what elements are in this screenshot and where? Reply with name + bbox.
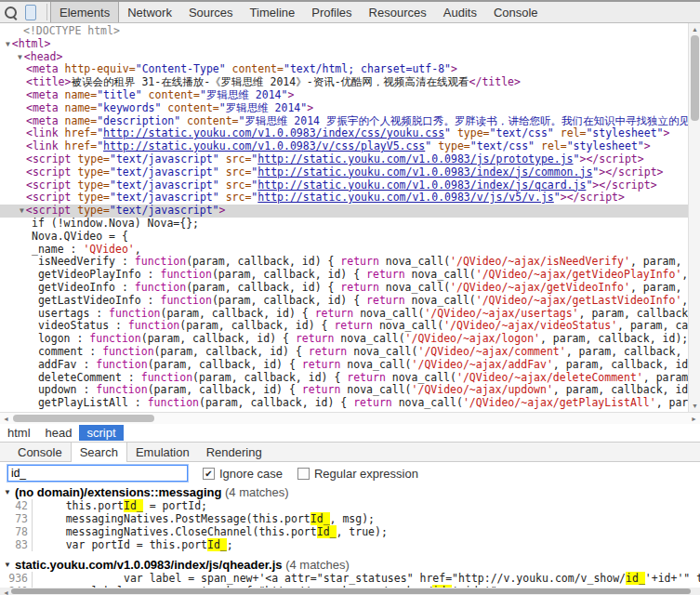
elements-horizontal-scrollbar[interactable]: ◄ ► [0, 412, 700, 424]
regex-checkbox[interactable] [297, 468, 310, 480]
collapse-arrow-icon[interactable]: ▼ [4, 488, 11, 496]
result-row[interactable]: 73 messagingNatives.PostMessage(this.por… [0, 512, 700, 525]
expand-arrow-icon[interactable]: ▼ [6, 40, 10, 48]
code-line[interactable]: videoStatus : function(param, callback, … [0, 320, 688, 333]
ignore-case-option[interactable]: ✔ Ignore case [203, 467, 283, 481]
tab-timeline[interactable]: Timeline [242, 2, 304, 22]
inspect-element-icon[interactable] [0, 3, 20, 21]
breadcrumb-item-script[interactable]: script [79, 425, 123, 441]
scroll-up-icon[interactable]: ▲ [689, 24, 700, 34]
code-token: , param, callback, id); }, [630, 255, 688, 268]
code-line[interactable]: <script type="text/javascript" src="http… [0, 166, 688, 179]
tab-sources[interactable]: Sources [180, 2, 242, 22]
code-line[interactable]: <meta name="description" content="罗辑思维 2… [0, 115, 688, 128]
vertical-scroll-thumb[interactable] [691, 35, 699, 121]
elements-panel[interactable]: <!DOCTYPE html>▼<html>▼<head><meta http-… [0, 23, 688, 412]
code-line[interactable]: <script type="text/javascript" src="http… [0, 179, 688, 192]
code-line[interactable]: addFav : function(param, callback, id) {… [0, 359, 688, 372]
expand-arrow-icon[interactable]: ▼ [20, 206, 24, 215]
collapse-arrow-icon[interactable]: ▼ [4, 561, 11, 569]
regex-option[interactable]: Regular expression [297, 467, 418, 481]
code-token: name= [65, 114, 98, 127]
code-token: '/QVideo/~ajax/addFav' [412, 358, 553, 371]
tab-resources[interactable]: Resources [361, 2, 435, 22]
scroll-down-icon[interactable]: ▼ [689, 401, 700, 411]
code-token: content= [180, 114, 238, 127]
code-token: (param, callback, id) { [148, 383, 302, 396]
code-token: return [296, 332, 335, 345]
breadcrumb-item-html[interactable]: html [0, 425, 38, 441]
code-token: deleteComment : [32, 371, 141, 384]
drawer-tab-console[interactable]: Console [9, 443, 71, 461]
drawer-tab-rendering[interactable]: Rendering [198, 443, 271, 461]
tab-console[interactable]: Console [485, 2, 547, 22]
code-line[interactable]: if (!window.Nova) Nova={}; [0, 218, 688, 231]
code-token: _name : [32, 243, 83, 256]
code-line[interactable]: _name : 'QVideo', [0, 244, 688, 257]
expand-arrow-icon[interactable]: ▼ [18, 53, 22, 61]
tab-elements[interactable]: Elements [50, 2, 119, 22]
code-line[interactable]: usertags : function(param, callback, id)… [0, 308, 688, 321]
result-row[interactable]: 78 messagingNatives.CloseChannel(this.po… [0, 525, 700, 538]
code-token: getPlayListAll : [32, 396, 148, 409]
tab-profiles[interactable]: Profiles [303, 2, 360, 22]
regex-label: Regular expression [314, 467, 418, 481]
code-line[interactable]: isNeedVerify : function(param, callback,… [0, 256, 688, 269]
code-line[interactable]: getVideoInfo : function(param, callback,… [0, 282, 688, 295]
scroll-left-icon[interactable]: ◄ [0, 414, 12, 424]
search-results: ▼(no domain)/extensions::messaging (4 ma… [0, 484, 700, 588]
device-mode-icon[interactable] [20, 3, 41, 21]
tab-network[interactable]: Network [119, 2, 180, 22]
search-input[interactable] [7, 465, 188, 482]
ignore-case-checkbox[interactable]: ✔ [203, 468, 215, 480]
code-line[interactable]: updown : function(param, callback, id) {… [0, 384, 688, 397]
code-token: , param, callback, id); }, [566, 345, 688, 358]
scroll-right-icon[interactable]: ► [688, 414, 700, 424]
code-token: 被误会的租界 31-在线播放-《罗辑思维 2014》-资讯-优酷网，视频高清在线… [71, 75, 469, 88]
code-line[interactable]: <script type="text/javascript" src="http… [0, 153, 688, 166]
code-line[interactable]: ▼<head> [0, 51, 688, 64]
code-token: href= [65, 126, 98, 139]
code-token: videoStatus : [32, 319, 128, 332]
drawer-tab-emulation[interactable]: Emulation [127, 443, 198, 461]
code-line[interactable]: getPlayListAll : function(param, callbac… [0, 397, 688, 410]
code-line[interactable]: <link href="http://static.youku.com/v1.0… [0, 140, 688, 153]
code-line[interactable]: <script type="text/javascript" src="http… [0, 192, 688, 205]
tab-audits[interactable]: Audits [435, 2, 485, 22]
code-line[interactable]: Nova.QVideo = { [0, 231, 688, 244]
code-line[interactable]: deleteComment : function(param, callback… [0, 372, 688, 385]
code-line[interactable]: getVideoPlayInfo : function(param, callb… [0, 269, 688, 282]
code-token: "罗辑思维 2014" [200, 88, 287, 101]
code-token: function [128, 319, 179, 332]
code-line[interactable]: <!DOCTYPE html> [0, 25, 688, 38]
code-line[interactable]: <title>被误会的租界 31-在线播放-《罗辑思维 2014》-资讯-优酷网… [0, 76, 688, 89]
drawer-tab-search[interactable]: Search [71, 443, 127, 462]
code-token: comment : [32, 345, 102, 358]
code-token: (param, callback, id) { [141, 332, 296, 345]
code-line[interactable]: <meta name="title" content="罗辑思维 2014"> [0, 89, 688, 102]
code-line[interactable]: <meta name="keywords" content="罗辑思维 2014… [0, 102, 688, 115]
code-text: , true); [337, 525, 388, 538]
code-line[interactable]: getLastVideoInfo : function(param, callb… [0, 295, 688, 308]
code-token: ></script> [579, 152, 643, 165]
result-file-name: static.youku.com/v1.0.0983/index/js/qhea… [15, 558, 283, 572]
breadcrumb-item-head[interactable]: head [38, 425, 80, 441]
code-line[interactable]: ▼<script type="text/javascript"> [0, 205, 688, 218]
code-line[interactable]: comment : function(param, callback, id) … [0, 346, 688, 359]
code-line[interactable]: <link href="http://static.youku.com/v1.0… [0, 127, 688, 140]
code-token: type= [77, 204, 110, 217]
result-section-header[interactable]: ▼(no domain)/extensions::messaging (4 ma… [0, 484, 700, 499]
horizontal-scroll-thumb[interactable] [13, 415, 154, 422]
result-row[interactable]: 83 var portId = this.portId_; [0, 538, 700, 551]
code-line[interactable]: ▼<html> [0, 38, 688, 51]
code-line[interactable]: logon : function(param, callback, id) { … [0, 333, 688, 346]
result-row[interactable]: 936 var label = span_new+'<a attr="star_… [0, 572, 700, 585]
result-row[interactable]: 42 this.portId_ = portId; [0, 499, 700, 512]
result-section-header[interactable]: ▼static.youku.com/v1.0.0983/index/js/qhe… [0, 557, 700, 572]
horizontal-scroll-thumb[interactable] [11, 588, 691, 594]
code-token: http://static.youku.com/v1.0.0983/index/… [103, 126, 444, 139]
code-line[interactable]: <meta http-equiv="Content-Type" content=… [0, 63, 688, 76]
elements-vertical-scrollbar[interactable]: ▲ ▼ [688, 23, 700, 412]
code-token: rel= [554, 126, 587, 139]
bottom-horizontal-scrollbar[interactable]: ◄ [0, 588, 700, 595]
